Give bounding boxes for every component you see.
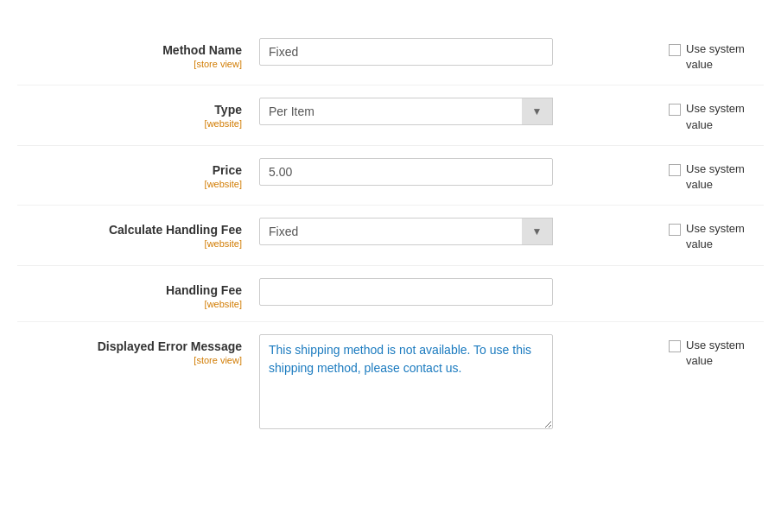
system-col-handling-fee xyxy=(669,278,764,282)
system-col-method-name: Use systemvalue xyxy=(669,38,764,73)
label-scope-method-name: [store view] xyxy=(17,59,242,69)
input-col-error-message: This shipping method is not available. T… xyxy=(259,334,669,432)
label-error-message: Displayed Error Message [store view] xyxy=(17,334,259,365)
input-col-handling-fee xyxy=(259,278,669,306)
system-value-checkbox-type[interactable] xyxy=(669,104,681,116)
system-col-price: Use systemvalue xyxy=(669,158,764,193)
label-main-handling-fee-calc: Calculate Handling Fee xyxy=(17,223,242,237)
error-message-textarea[interactable]: This shipping method is not available. T… xyxy=(259,334,553,429)
form-row-price: Price [website] Use systemvalue xyxy=(17,146,764,206)
type-select[interactable]: Per Item Fixed Per Order xyxy=(259,98,553,125)
handling-fee-calc-select[interactable]: Fixed Percent xyxy=(259,218,553,245)
form-row-type: Type [website] Per Item Fixed Per Order … xyxy=(17,86,764,145)
label-scope-error-message: [store view] xyxy=(17,355,242,365)
system-value-checkbox-handling-fee-calc[interactable] xyxy=(669,224,681,236)
label-scope-handling-fee-calc: [website] xyxy=(17,238,242,249)
system-value-label-handling-fee-calc: Use systemvalue xyxy=(686,221,745,252)
type-select-wrapper: Per Item Fixed Per Order ▼ xyxy=(259,98,553,125)
label-handling-fee: Handling Fee [website] xyxy=(17,278,259,309)
label-type: Type [website] xyxy=(17,98,259,129)
system-value-label-method-name: Use systemvalue xyxy=(686,41,745,73)
system-value-label-error-message: Use systemvalue xyxy=(686,338,745,369)
handling-fee-calc-select-wrapper: Fixed Percent ▼ xyxy=(259,218,553,245)
method-name-input[interactable] xyxy=(259,38,553,66)
form-row-handling-fee-calc: Calculate Handling Fee [website] Fixed P… xyxy=(17,206,764,265)
input-col-handling-fee-calc: Fixed Percent ▼ xyxy=(259,218,669,245)
form-row-method-name: Method Name [store view] Use systemvalue xyxy=(17,26,764,86)
system-value-label-price: Use systemvalue xyxy=(686,162,745,193)
system-value-label-type: Use systemvalue xyxy=(686,101,745,132)
input-col-method-name xyxy=(259,38,669,66)
label-scope-price: [website] xyxy=(17,179,242,189)
form-row-error-message: Displayed Error Message [store view] Thi… xyxy=(17,322,764,444)
system-value-checkbox-method-name[interactable] xyxy=(669,44,681,56)
label-scope-handling-fee: [website] xyxy=(17,299,242,309)
label-main-price: Price xyxy=(17,163,242,177)
label-main-error-message: Displayed Error Message xyxy=(17,339,242,353)
settings-form: Method Name [store view] Use systemvalue… xyxy=(17,26,764,444)
input-col-type: Per Item Fixed Per Order ▼ xyxy=(259,98,669,125)
label-main-type: Type xyxy=(17,103,242,117)
label-scope-type: [website] xyxy=(17,118,242,129)
label-main-method-name: Method Name xyxy=(17,43,242,57)
system-value-checkbox-error-message[interactable] xyxy=(669,340,681,352)
label-price: Price [website] xyxy=(17,158,259,189)
system-col-handling-fee-calc: Use systemvalue xyxy=(669,218,764,252)
handling-fee-input[interactable] xyxy=(259,278,553,306)
system-col-type: Use systemvalue xyxy=(669,98,764,132)
form-row-handling-fee: Handling Fee [website] xyxy=(17,266,764,322)
label-method-name: Method Name [store view] xyxy=(17,38,259,69)
label-handling-fee-calc: Calculate Handling Fee [website] xyxy=(17,218,259,249)
system-col-error-message: Use systemvalue xyxy=(669,334,764,369)
label-main-handling-fee: Handling Fee xyxy=(17,283,242,297)
system-value-checkbox-price[interactable] xyxy=(669,164,681,176)
input-col-price xyxy=(259,158,669,186)
price-input[interactable] xyxy=(259,158,553,186)
